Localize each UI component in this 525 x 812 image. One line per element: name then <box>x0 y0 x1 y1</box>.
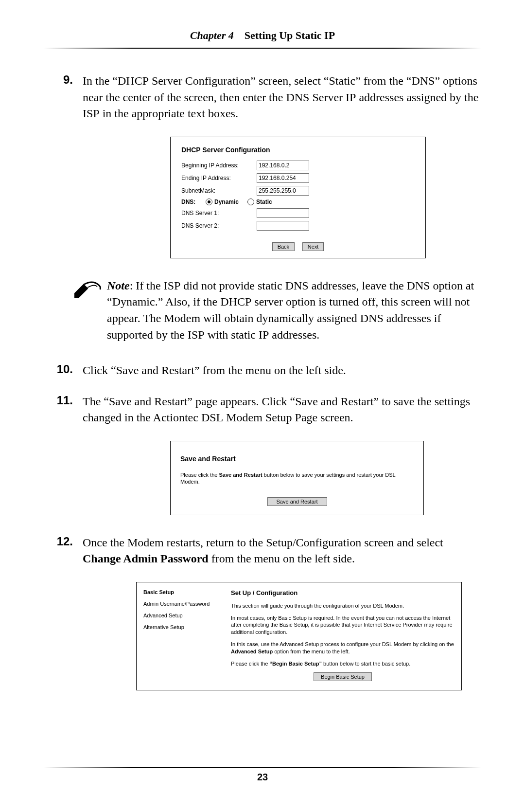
dns1-input[interactable] <box>257 208 309 218</box>
step-body: In the “DHCP Server Configuration” scree… <box>83 73 481 122</box>
step-9: 9. In the “DHCP Server Configuration” sc… <box>44 73 481 122</box>
note-icon <box>73 278 107 343</box>
dns-label: DNS: <box>181 198 206 205</box>
subnet-label: SubnetMask: <box>181 187 257 194</box>
save-restart-title: Save and Restart <box>180 455 414 463</box>
begin-basic-setup-button[interactable]: Begin Basic Setup <box>314 672 372 681</box>
subnet-input[interactable]: 255.255.255.0 <box>257 186 309 196</box>
chapter-title: Setting Up Static IP <box>245 29 335 41</box>
begin-ip-label: Beginning IP Address: <box>181 162 257 169</box>
step-body: The “Save and Restart” page appears. Cli… <box>83 394 481 426</box>
step-number: 9. <box>44 73 83 122</box>
step-10: 10. Click “Save and Restart” from the me… <box>44 362 481 379</box>
back-button[interactable]: Back <box>272 242 295 251</box>
save-restart-text: Please click the Save and Restart button… <box>180 471 414 486</box>
config-p4: Please click the “Begin Basic Setup” but… <box>231 660 455 668</box>
end-ip-input[interactable]: 192.168.0.254 <box>257 173 309 183</box>
footer-divider <box>44 767 481 768</box>
note-body: Note: If the ISP did not provide static … <box>107 278 481 343</box>
dns1-label: DNS Server 1: <box>181 210 257 217</box>
menu-advanced-setup[interactable]: Advanced Setup <box>143 613 231 618</box>
figure-save-restart: Save and Restart Please click the Save a… <box>170 441 424 515</box>
step-number: 12. <box>44 535 83 567</box>
dns2-label: DNS Server 2: <box>181 222 257 229</box>
header-divider <box>44 48 481 49</box>
menu-basic-setup[interactable]: Basic Setup <box>143 589 231 595</box>
config-p1: This section will guide you through the … <box>231 602 455 610</box>
config-content: Set Up / Configuration This section will… <box>231 589 455 681</box>
step-11: 11. The “Save and Restart” page appears.… <box>44 394 481 426</box>
save-restart-button[interactable]: Save and Restart <box>267 497 327 506</box>
menu-alternative-setup[interactable]: Alternative Setup <box>143 624 231 630</box>
dns-dynamic-radio[interactable]: Dynamic <box>206 198 239 205</box>
radio-unselected-icon <box>247 198 254 205</box>
figure-dhcp-config: DHCP Server Configuration Beginning IP A… <box>170 137 426 258</box>
dns-static-radio[interactable]: Static <box>247 198 272 205</box>
step-body: Once the Modem restarts, return to the S… <box>83 535 481 567</box>
config-title: Set Up / Configuration <box>231 589 455 596</box>
config-menu: Basic Setup Admin Username/Password Adva… <box>143 589 231 681</box>
menu-admin-password[interactable]: Admin Username/Password <box>143 601 231 607</box>
note-block: Note: If the ISP did not provide static … <box>73 278 481 343</box>
chapter-label: Chapter 4 <box>190 29 234 41</box>
step-number: 10. <box>44 362 83 379</box>
page-number: 23 <box>0 772 525 783</box>
next-button[interactable]: Next <box>302 242 324 251</box>
step-12: 12. Once the Modem restarts, return to t… <box>44 535 481 567</box>
end-ip-label: Ending IP Address: <box>181 175 257 181</box>
step-number: 11. <box>44 394 83 426</box>
dns2-input[interactable] <box>257 221 309 231</box>
step-body: Click “Save and Restart” from the menu o… <box>83 362 481 379</box>
config-p3: In this case, use the Advanced Setup pro… <box>231 641 455 655</box>
config-p2: In most cases, only Basic Setup is requi… <box>231 614 455 636</box>
page-header: Chapter 4 Setting Up Static IP <box>44 29 481 42</box>
dhcp-title: DHCP Server Configuration <box>181 146 415 154</box>
figure-setup-config: Basic Setup Admin Username/Password Adva… <box>136 582 462 690</box>
begin-ip-input[interactable]: 192.168.0.2 <box>257 161 309 170</box>
radio-selected-icon <box>206 198 212 205</box>
